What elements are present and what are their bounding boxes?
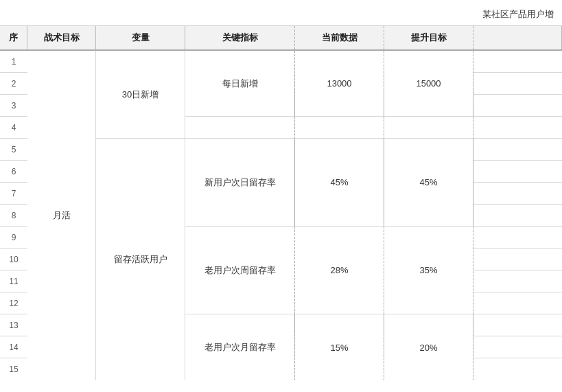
row-num-14: 14 xyxy=(0,336,27,358)
cell-h13 xyxy=(473,314,562,336)
cell-g-20: 20% xyxy=(384,314,473,380)
row-num-1: 1 xyxy=(0,51,27,73)
cell-new-user-day: 新用户次日留存率 xyxy=(185,139,295,227)
cell-g-35: 35% xyxy=(384,227,473,314)
cell-e4 xyxy=(185,117,295,139)
cell-h5 xyxy=(473,139,562,161)
cell-f-28: 28% xyxy=(295,227,384,314)
row-numbers: 1 2 3 4 5 6 7 8 9 10 11 12 13 14 15 xyxy=(0,51,27,380)
main-data-section: 1 2 3 4 5 6 7 8 9 10 11 12 13 14 15 月活 xyxy=(0,51,562,380)
spreadsheet: 某社区产品用户增 序 战术目标 变量 关键指标 当前数据 提升目标 1 2 3 … xyxy=(0,0,562,392)
header-e: 关键指标 xyxy=(185,26,295,49)
row-num-15: 15 xyxy=(0,358,27,380)
row-num-8: 8 xyxy=(0,205,27,227)
cell-h15 xyxy=(473,358,562,380)
col-f-cells: 13000 45% 28% 15% xyxy=(295,51,384,380)
cell-h3 xyxy=(473,95,562,117)
row-num-4: 4 xyxy=(0,117,27,139)
cell-liucun: 留存活跃用户 xyxy=(96,139,185,380)
col-g-cells: 15000 45% 35% 20% xyxy=(384,51,473,380)
cell-h6 xyxy=(473,161,562,183)
row-num-11: 11 xyxy=(0,270,27,292)
cell-old-user-week: 老用户次周留存率 xyxy=(185,227,295,314)
cell-h10 xyxy=(473,249,562,270)
row-num-13: 13 xyxy=(0,314,27,336)
header-f: 当前数据 xyxy=(295,26,384,49)
header-d: 变量 xyxy=(96,26,185,49)
header-c: 战术目标 xyxy=(27,26,96,49)
header-h xyxy=(473,26,562,49)
cell-g4 xyxy=(384,117,473,139)
cell-h8 xyxy=(473,205,562,227)
row-num-7: 7 xyxy=(0,183,27,205)
row-num-12: 12 xyxy=(0,292,27,314)
row-num-6: 6 xyxy=(0,161,27,183)
row-num-9: 9 xyxy=(0,227,27,249)
cell-h4 xyxy=(473,117,562,139)
cell-h11 xyxy=(473,270,562,292)
cell-old-user-month: 老用户次月留存率 xyxy=(185,314,295,380)
col-h-cells xyxy=(473,51,562,380)
column-headers: 序 战术目标 变量 关键指标 当前数据 提升目标 xyxy=(0,26,562,51)
cell-f-15: 15% xyxy=(295,314,384,380)
cell-g-15000: 15000 xyxy=(384,51,473,117)
cell-h2 xyxy=(473,73,562,95)
cell-every-new: 每日新增 xyxy=(185,51,295,117)
title-bar: 某社区产品用户增 xyxy=(0,0,562,26)
row-num-3: 3 xyxy=(0,95,27,117)
header-b: 序 xyxy=(0,26,27,49)
cell-h1 xyxy=(473,51,562,73)
cell-f-45: 45% xyxy=(295,139,384,227)
cell-h14 xyxy=(473,336,562,358)
row-num-5: 5 xyxy=(0,139,27,161)
cell-h9 xyxy=(473,227,562,249)
cell-30ri: 30日新增 xyxy=(96,51,185,139)
cell-yuehuo: 月活 xyxy=(27,51,96,380)
cell-h7 xyxy=(473,183,562,205)
row-num-2: 2 xyxy=(0,73,27,95)
cell-f-13000: 13000 xyxy=(295,51,384,117)
col-d-cells: 30日新增 留存活跃用户 xyxy=(96,51,185,380)
table-body: 1 2 3 4 5 6 7 8 9 10 11 12 13 14 15 月活 xyxy=(0,51,562,380)
row-num-10: 10 xyxy=(0,249,27,270)
spreadsheet-title: 某社区产品用户增 xyxy=(482,8,554,21)
col-e-cells: 每日新增 新用户次日留存率 老用户次周留存率 老用户次月留存率 xyxy=(185,51,295,380)
cell-h12 xyxy=(473,292,562,314)
header-g: 提升目标 xyxy=(384,26,473,49)
cell-g-45: 45% xyxy=(384,139,473,227)
cell-f4 xyxy=(295,117,384,139)
